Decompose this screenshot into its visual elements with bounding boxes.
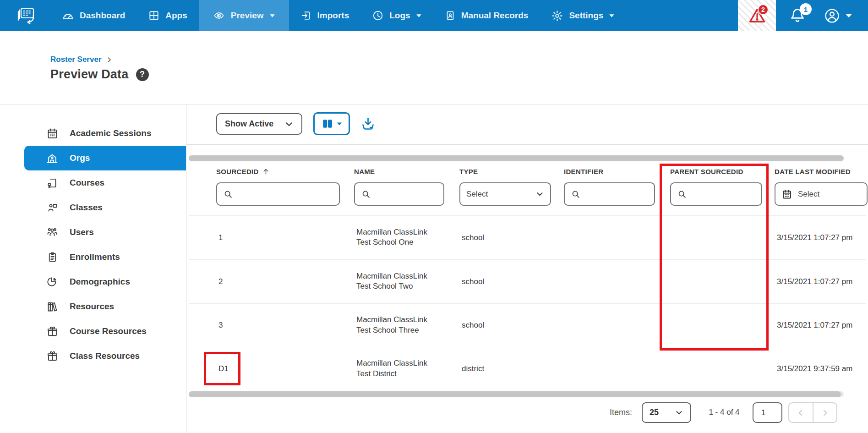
- column-label: TYPE: [459, 168, 478, 175]
- sidebar-item-label: Class Resources: [70, 351, 140, 361]
- sidebar-item-course-resources[interactable]: Course Resources: [0, 319, 186, 344]
- sourcedid-search-input[interactable]: [238, 190, 333, 199]
- user-avatar-icon: [824, 7, 841, 24]
- page-number-input[interactable]: 1: [753, 402, 782, 423]
- cell-type: school: [462, 233, 484, 242]
- filter-identifier: [564, 182, 655, 206]
- scrollbar-thumb[interactable]: [189, 155, 844, 161]
- clock-icon: [372, 10, 384, 22]
- table-row-2: 2Macmillan ClassLink Test School Twoscho…: [189, 259, 866, 303]
- search-icon: [677, 189, 687, 199]
- nav-item-label: Logs: [389, 11, 410, 21]
- alerts-button[interactable]: 2: [738, 0, 776, 31]
- sidebar-item-label: Resources: [70, 301, 114, 312]
- sidebar-item-resources[interactable]: Resources: [0, 294, 186, 319]
- caret-down-icon: [416, 14, 422, 18]
- cell-name: Macmillan ClassLink Test School Three: [356, 315, 448, 336]
- table-horizontal-scrollbar-bottom[interactable]: [189, 391, 844, 397]
- nav-item-logs[interactable]: Logs: [360, 0, 433, 31]
- sidebar-item-demographics[interactable]: Demographics: [0, 269, 186, 294]
- chevron-down-icon: [535, 190, 544, 198]
- identifier-search-input[interactable]: [585, 190, 648, 199]
- classlink-logo-icon[interactable]: [16, 0, 37, 31]
- items-per-page-value: 25: [650, 408, 659, 417]
- chevron-down-icon: [284, 120, 294, 129]
- sidebar-item-orgs[interactable]: Orgs: [24, 146, 186, 170]
- search-icon: [223, 189, 233, 199]
- items-per-page-select[interactable]: 25: [642, 402, 691, 423]
- chevron-down-icon: [675, 408, 683, 417]
- date-filter-select[interactable]: Select: [775, 182, 868, 206]
- nav-item-apps[interactable]: Apps: [136, 0, 199, 31]
- apps-grid-icon: [148, 10, 160, 22]
- type-filter-select[interactable]: Select: [459, 182, 551, 206]
- nav-item-manual-records[interactable]: Manual Records: [433, 0, 540, 31]
- name-search-input[interactable]: [376, 190, 437, 199]
- column-label: NAME: [354, 168, 375, 175]
- column-header-type[interactable]: TYPE: [459, 168, 478, 175]
- chevron-right-icon: [821, 409, 829, 417]
- nav-item-imports[interactable]: Imports: [289, 0, 361, 31]
- previous-page-button[interactable]: [789, 403, 813, 422]
- user-menu-button[interactable]: [824, 0, 852, 31]
- sidebar-item-label: Orgs: [70, 153, 90, 163]
- show-active-filter-select[interactable]: Show Active: [216, 113, 302, 135]
- column-label: IDENTIFIER: [564, 168, 603, 175]
- nav-item-label: Settings: [569, 11, 603, 21]
- download-button[interactable]: [360, 116, 376, 132]
- table-horizontal-scrollbar-top[interactable]: [189, 155, 844, 161]
- roster-server-app: DashboardAppsPreviewImportsLogsManual Re…: [0, 0, 868, 433]
- sidebar-item-class-resources[interactable]: Class Resources: [0, 344, 186, 368]
- column-settings-button[interactable]: [313, 112, 350, 135]
- download-icon: [360, 116, 376, 132]
- column-header-name[interactable]: NAME: [354, 168, 375, 175]
- table-row-1: 1Macmillan ClassLink Test School Onescho…: [189, 215, 866, 259]
- nav-item-preview[interactable]: Preview: [199, 0, 289, 31]
- gift-box-icon: [46, 325, 59, 338]
- chevron-down-icon: [845, 13, 852, 18]
- column-header-parent-sourcedid[interactable]: PARENT SOURCEDID: [670, 168, 743, 175]
- help-icon[interactable]: ?: [136, 68, 149, 81]
- nav-item-settings[interactable]: Settings: [540, 0, 626, 31]
- columns-icon: [322, 118, 333, 130]
- nav-item-dashboard[interactable]: Dashboard: [50, 0, 136, 31]
- column-header-sourcedid[interactable]: SOURCEDID: [216, 168, 270, 175]
- sidebar-item-academic-sessions[interactable]: Academic Sessions: [0, 121, 186, 146]
- pagination-nav: [788, 402, 837, 423]
- column-label: SOURCEDID: [216, 168, 259, 175]
- gift-box-icon: [46, 350, 59, 362]
- cell-name: Macmillan ClassLink Test School Two: [356, 271, 448, 292]
- main-panel: Show Active: [186, 104, 868, 433]
- nav-item-label: Dashboard: [80, 11, 125, 21]
- breadcrumb: Roster Server: [50, 55, 868, 64]
- sidebar-item-classes[interactable]: Classes: [0, 195, 186, 220]
- next-page-button[interactable]: [813, 403, 837, 422]
- cell-sourcedid: 2: [218, 277, 223, 286]
- nav-item-label: Apps: [165, 11, 187, 21]
- sidebar-item-label: Course Resources: [70, 326, 147, 336]
- sidebar-item-enrollments[interactable]: Enrollments: [0, 245, 186, 269]
- table-row-3: 3Macmillan ClassLink Test School Threesc…: [189, 303, 866, 347]
- page-title: Preview Data: [50, 67, 129, 82]
- page-number-value: 1: [761, 408, 765, 417]
- nav-item-label: Preview: [231, 11, 264, 21]
- cell-date_last_modified: 3/15/2021 9:37:59 am: [777, 364, 852, 373]
- clipboard-icon: [46, 251, 59, 263]
- chevron-left-icon: [797, 409, 805, 417]
- eye-icon: [213, 10, 225, 21]
- books-icon: [46, 301, 59, 313]
- sidebar-item-label: Demographics: [70, 277, 130, 287]
- column-header-date-last-modified[interactable]: DATE LAST MODIFIED: [775, 168, 851, 175]
- school-building-icon: [46, 152, 59, 164]
- sidebar-item-users[interactable]: Users: [0, 220, 186, 245]
- notifications-count-badge: 1: [800, 3, 812, 15]
- gear-icon: [551, 10, 563, 22]
- cell-date_last_modified: 3/15/2021 1:07:27 pm: [777, 233, 852, 242]
- notifications-button[interactable]: 1: [789, 0, 806, 31]
- cell-sourcedid: 1: [218, 233, 223, 242]
- sidebar-item-courses[interactable]: Courses: [0, 170, 186, 195]
- breadcrumb-roster-server-link[interactable]: Roster Server: [50, 55, 102, 64]
- parent-sourcedid-search-input[interactable]: [692, 190, 755, 199]
- column-header-identifier[interactable]: IDENTIFIER: [564, 168, 603, 175]
- scrollbar-thumb[interactable]: [189, 391, 841, 397]
